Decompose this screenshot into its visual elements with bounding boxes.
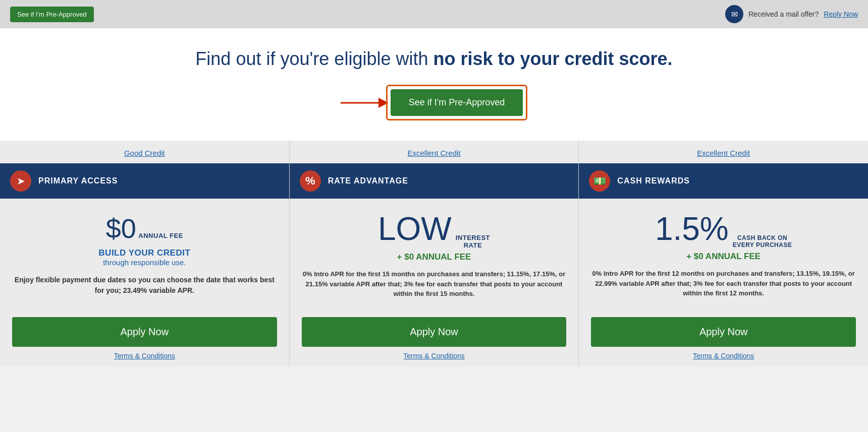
card-2-annual-fee: + $0 ANNUAL FEE bbox=[591, 252, 856, 262]
card-0-build-subtitle: through responsible use. bbox=[12, 258, 277, 267]
card-2-header-title: CASH REWARDS bbox=[617, 176, 690, 186]
hero-section: Find out if you're eligible with no risk… bbox=[0, 28, 868, 141]
card-1-header-icon: % bbox=[300, 170, 321, 192]
card-1-annual-fee: + $0 ANNUAL FEE bbox=[302, 252, 567, 262]
card-1-terms-link[interactable]: Terms & Conditions bbox=[403, 352, 464, 360]
card-0-apply-button[interactable]: Apply Now bbox=[12, 317, 277, 347]
hero-title-bold: no risk to your credit score. bbox=[433, 48, 672, 69]
card-2-rate-label2: EVERY PURCHASE bbox=[733, 241, 792, 249]
card-1-apply-button[interactable]: Apply Now bbox=[302, 317, 567, 347]
card-2-body: 1.5% CASH BACK ON EVERY PURCHASE + $0 AN… bbox=[579, 199, 868, 309]
mail-offer-text: Received a mail offer? bbox=[748, 10, 819, 18]
card-1-body: LOW INTEREST RATE + $0 ANNUAL FEE 0% Int… bbox=[290, 199, 579, 309]
hero-title: Find out if you're eligible with no risk… bbox=[10, 48, 858, 70]
mail-offer-area: ✉ Received a mail offer? Reply Now bbox=[725, 5, 858, 23]
card-0-terms-link[interactable]: Terms & Conditions bbox=[114, 352, 175, 360]
top-bar: See if I'm Pre-Approved ✉ Received a mai… bbox=[0, 0, 868, 28]
card-2: Excellent Credit💵CASH REWARDS 1.5% CASH … bbox=[579, 141, 868, 366]
mail-icon: ✉ bbox=[725, 5, 743, 23]
card-1-rate-label2: RATE bbox=[456, 241, 490, 249]
card-0-footer: Apply NowTerms & Conditions bbox=[0, 309, 289, 366]
card-0: Good Credit➤PRIMARY ACCESS $0 ANNUAL FEE… bbox=[0, 141, 290, 366]
card-0-header-icon: ➤ bbox=[10, 170, 31, 192]
card-0-build-title: BUILD YOUR CREDIT bbox=[12, 248, 277, 258]
card-2-apply-button[interactable]: Apply Now bbox=[591, 317, 856, 347]
arrow-container bbox=[341, 90, 391, 115]
card-2-description: 0% Intro APR for the first 12 months on … bbox=[591, 269, 856, 298]
card-1: Excellent Credit%RATE ADVANTAGE LOW INTE… bbox=[290, 141, 579, 366]
card-0-body: $0 ANNUAL FEE BUILD YOUR CREDIT through … bbox=[0, 199, 289, 309]
arrow-icon bbox=[341, 90, 391, 115]
reply-now-link[interactable]: Reply Now bbox=[824, 10, 858, 18]
card-2-terms-link[interactable]: Terms & Conditions bbox=[693, 352, 754, 360]
card-2-rate-label1: CASH BACK ON bbox=[733, 234, 792, 241]
card-1-footer: Apply NowTerms & Conditions bbox=[290, 309, 579, 366]
card-1-header: %RATE ADVANTAGE bbox=[290, 163, 579, 199]
card-1-rate-label1: INTEREST bbox=[456, 234, 490, 241]
card-0-credit-label[interactable]: Good Credit bbox=[0, 141, 289, 163]
hero-title-normal: Find out if you're eligible with bbox=[195, 48, 433, 69]
card-0-fee-label: ANNUAL FEE bbox=[138, 232, 183, 239]
card-0-header: ➤PRIMARY ACCESS bbox=[0, 163, 289, 199]
card-0-description: Enjoy flexible payment due dates so you … bbox=[12, 275, 277, 296]
card-2-header: 💵CASH REWARDS bbox=[579, 163, 868, 199]
card-0-fee-amount: $0 bbox=[106, 213, 136, 243]
card-0-header-title: PRIMARY ACCESS bbox=[38, 176, 118, 186]
pre-approved-top-button[interactable]: See if I'm Pre-Approved bbox=[10, 7, 94, 22]
cta-area: See if I'm Pre-Approved bbox=[10, 85, 858, 120]
card-1-description: 0% Intro APR for the first 15 months on … bbox=[302, 269, 567, 299]
cards-section: Good Credit➤PRIMARY ACCESS $0 ANNUAL FEE… bbox=[0, 141, 868, 366]
card-2-footer: Apply NowTerms & Conditions bbox=[579, 309, 868, 366]
card-2-header-icon: 💵 bbox=[589, 170, 610, 192]
pre-approved-main-wrapper: See if I'm Pre-Approved bbox=[386, 85, 528, 120]
card-2-rate-big: 1.5% bbox=[655, 213, 729, 245]
card-1-rate-big: LOW bbox=[378, 213, 452, 245]
card-2-credit-label[interactable]: Excellent Credit bbox=[579, 141, 868, 163]
card-1-header-title: RATE ADVANTAGE bbox=[328, 176, 408, 186]
card-1-credit-label[interactable]: Excellent Credit bbox=[290, 141, 579, 163]
pre-approved-main-button[interactable]: See if I'm Pre-Approved bbox=[391, 89, 523, 116]
